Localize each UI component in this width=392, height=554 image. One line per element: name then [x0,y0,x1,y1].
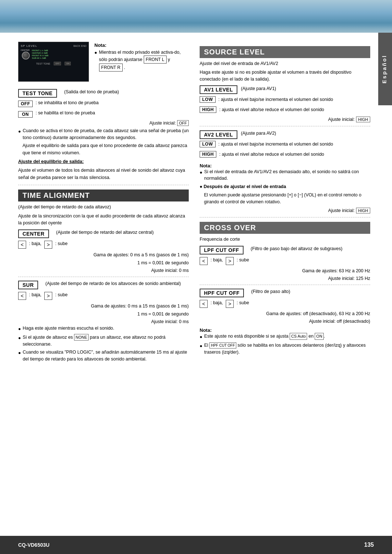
source-level-header: SOURCE LEVEL [200,46,370,58]
bullet-dot1: ● [18,128,21,135]
divider-4 [200,217,370,217]
av2-header-row: AV2 LEVEL (Ajuste para AV2) [200,130,370,139]
ta-bullet3-text: Cuando se visualiza "PRO LOGIC", se añad… [23,349,189,363]
off-desc: : se inhabilita el tono de prueba [36,99,99,106]
sur-desc: (Ajuste del tiempo de retardo de los alt… [45,281,181,287]
sur-arrow-right[interactable]: > [44,292,52,300]
sur-colon1: : baja, [29,292,41,298]
lpf-label-box: LPF CUT OFF [200,246,244,254]
sub-level: SUB-W /+ 0dB [32,57,49,59]
center-initial-text: Ajuste inicial: 0 ms [151,268,189,273]
test-tone-bullet1-text: Cuando se activa el tono de prueba, de c… [23,127,189,141]
test-tone-initial: Ajuste inicial: OFF [18,120,189,126]
front-r-level: FRONT R /± 0dB [32,54,49,57]
cross-nota-bullet2-text: El HPF CUT OFF sólo se habilita en los a… [204,342,370,356]
sp-level-text: SP LEVEL [21,44,37,48]
off-row: OFF : se inhabilita el tono de prueba [18,99,189,108]
right-column: SOURCE LEVEL Ajuste del nivel de entrada… [200,42,374,364]
sur-initial: Ajuste inicial: 0 ms [18,319,189,324]
divider-2 [18,277,189,277]
sidebar-espanol-label: Español [378,33,392,105]
bottom-page-text: 135 [364,542,374,548]
sidebar-label-text: Español [381,54,387,83]
device-nota-section: SP LEVEL BACK END CENTER FRONT L /+ 0dB … [18,42,189,85]
device-main-row: CENTER FRONT L /+ 0dB CENTER /± 0dB FRON… [21,49,86,60]
ta-desc2: Ajuste de la sincronización con la que e… [18,213,189,227]
cross-nota-dot1: ● [200,334,203,341]
cross-over-nota: Nota: ● Este ajuste no está disponible s… [200,327,370,355]
av1-low-box: LOW [200,96,216,103]
center-colon2: : sube [55,240,68,247]
ta-bullet1: ● Haga este ajuste mientras escucha el s… [18,325,189,333]
sur-label-box: SUR [18,281,38,289]
on-label-box: ON [18,111,33,118]
test-tone-label: TEST TONE [36,62,50,65]
device-labels: CENTER [21,49,30,60]
sur-initial-text: Ajuste inicial: 0 ms [151,319,189,324]
av2-high-box: HIGH [200,151,216,158]
lpf-colon1: : baja, [211,257,223,264]
device-bottom-bar: TEST TONE OFF ON [21,62,86,65]
hpf-arrow-left[interactable]: < [200,300,208,308]
ta-bullet-dot3: ● [18,350,21,357]
top-image-bar [0,0,392,33]
lpf-control-row: < : baja, > : sube [200,257,370,265]
sur-ms-note: 1 ms = 0,001 de segundo [18,311,189,318]
lpf-arrow-right[interactable]: > [226,257,234,265]
center-arrow-left[interactable]: < [18,241,26,249]
device-top-bar: SP LEVEL BACK END [21,44,86,48]
av2-low-desc: : ajusta el nivel bajo/se incrementa el … [219,141,333,148]
center-range: Gama de ajustes: 0 ms a 5 ms (pasos de 1… [18,252,189,258]
on-row: ON : se habilita el tono de prueba [18,110,189,118]
av1-high-desc: : ajusta el nivel alto/se reduce el volu… [219,106,324,113]
av1-initial-val: HIGH [356,117,371,122]
divider-1 [18,185,189,185]
front-l-inline-box: FRONT L [144,56,167,64]
left-column: SP LEVEL BACK END CENTER FRONT L /+ 0dB … [18,42,189,364]
cross-nota-bullet1-text: Este ajuste no está disponible si se aju… [204,333,325,340]
front-l-level: FRONT L /+ 0dB [32,49,49,52]
av1-high-box: HIGH [200,106,216,113]
none-box: NONE [74,334,89,341]
device-levels: FRONT L /+ 0dB CENTER /± 0dB FRONT R /± … [32,49,49,59]
source-nota-section: Nota: ● Si el nivel de entrada de AV1/AV… [200,163,370,213]
source-intro1: Ajuste del nivel de entrada de AV1/AV2 [200,60,370,67]
av1-label-box: AV1 LEVEL [200,85,237,94]
nota-bullet1: Mientras el modo privado esté activa-do,… [94,49,189,72]
ta-bullet2: ● Si el ajuste de altavoz es NONE para u… [18,334,189,348]
nota-end: . [124,65,125,70]
divider-3 [200,126,370,126]
hpf-desc: (Filtro de paso alto) [251,289,290,295]
sub-note: Ajuste el equilibrio de salida para que … [23,142,189,156]
source-intro2: Haga este ajuste si no es posible ajusta… [200,69,370,83]
device-screen: SP LEVEL BACK END CENTER FRONT L /+ 0dB … [19,42,89,81]
device-image: SP LEVEL BACK END CENTER FRONT L /+ 0dB … [18,42,89,82]
test-tone-row: TEST TONE (Salida del tono de prueba) [18,89,189,98]
sur-arrow-left[interactable]: < [18,292,26,300]
hpf-control-row: < : baja, > : sube [200,300,370,308]
bottom-model-text: CQ-VD6503U [18,542,49,548]
center-desc: (Ajuste del tiempo de retardo del altavo… [56,229,154,236]
source-nota-bold-desc: El volumen puede ajustarse presionando [… [204,192,370,206]
source-nota-bullet2-bold: ● Después de ajustar el nivel de entrada [200,183,286,190]
av1-initial: Ajuste inicial: HIGH [200,117,370,122]
av2-high-row: HIGH : ajusta el nivel alto/se reduce el… [200,151,370,160]
av1-header-row: AV1 LEVEL (Ajuste para AV1) [200,85,370,94]
lpf-initial: Ajuste inicial: 125 Hz [200,276,370,281]
ta-desc1: (Ajuste del tiempo de retardo de cada al… [18,204,189,211]
lpf-colon2: : sube [237,257,249,264]
hpf-cut-off-small-box: HPF CUT OFF [209,342,236,349]
time-alignment-header: TIME ALIGNMENT [18,190,189,201]
cross-nota-dot2: ● [200,343,203,350]
center-row: CENTER (Ajuste del tiempo de retardo del… [18,229,189,238]
initial-val-box: OFF [177,120,189,126]
center-arrow-right[interactable]: > [44,241,52,249]
device-center-label: CENTER [21,49,30,51]
front-r-inline-box: FRONT R [99,64,123,72]
sur-control-row: < : baja, > : sube [18,292,189,300]
source-nota-bullet1: ● Si el nivel de entrada de AV1/AV2 es d… [200,168,370,182]
cross-nota-bullet2: ● El HPF CUT OFF sólo se habilita en los… [200,342,370,356]
lpf-arrow-left[interactable]: < [200,257,208,265]
hpf-arrow-right[interactable]: > [226,300,234,308]
av1-high-row: HIGH : ajusta el nivel alto/se reduce el… [200,106,370,115]
